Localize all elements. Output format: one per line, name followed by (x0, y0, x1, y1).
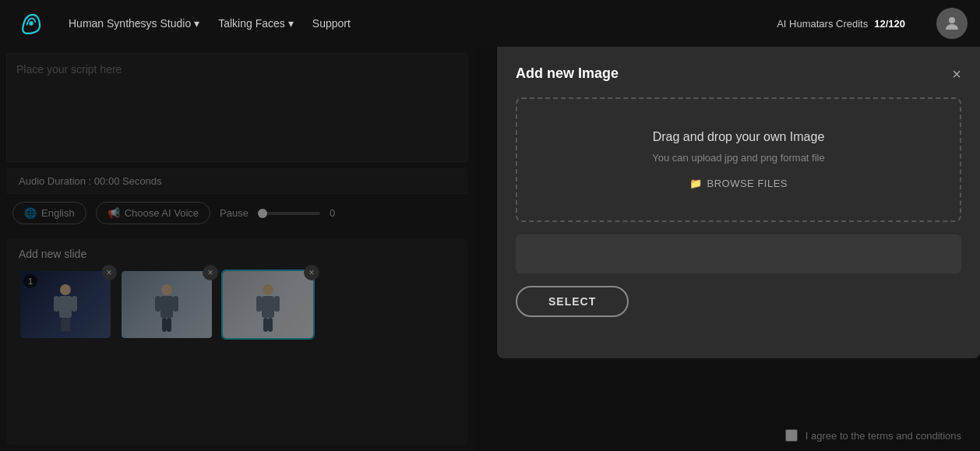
modal-title: Add new Image (516, 65, 619, 82)
nav-human-synthesys[interactable]: Human Synthesys Studio ▾ (69, 17, 199, 30)
image-preview-bar (516, 234, 961, 273)
top-navigation: Human Synthesys Studio ▾ Talking Faces ▾… (0, 0, 980, 47)
drop-zone-subtitle: You can upload jpg and png format file (652, 152, 824, 164)
dropdown-arrow-icon: ▾ (194, 17, 199, 30)
modal-overlay: Add new Image × Drag and drop your own I… (0, 47, 980, 451)
folder-icon: 📁 (689, 178, 703, 189)
select-button[interactable]: SELECT (516, 286, 629, 317)
modal-header: Add new Image × (516, 65, 961, 82)
main-area: Place your script here Audio Duration : … (0, 47, 980, 451)
drop-zone[interactable]: Drag and drop your own Image You can upl… (516, 97, 961, 222)
logo[interactable] (12, 5, 50, 42)
nav-talking-faces[interactable]: Talking Faces ▾ (218, 17, 294, 30)
dropdown-arrow-icon: ▾ (288, 17, 294, 30)
svg-point-0 (29, 21, 33, 25)
svg-point-1 (949, 17, 955, 23)
credits-display: AI Humatars Credits 12/120 (777, 18, 905, 30)
credits-label: AI Humatars Credits (777, 18, 868, 30)
add-image-modal: Add new Image × Drag and drop your own I… (497, 47, 980, 358)
credits-value: 12/120 (874, 18, 905, 30)
browse-files-button[interactable]: 📁 BROWSE FILES (689, 178, 788, 189)
drop-zone-title: Drag and drop your own Image (653, 130, 825, 144)
modal-close-button[interactable]: × (952, 66, 961, 82)
browse-label: BROWSE FILES (707, 178, 788, 189)
nav-support[interactable]: Support (312, 17, 351, 30)
user-avatar[interactable] (936, 8, 968, 39)
